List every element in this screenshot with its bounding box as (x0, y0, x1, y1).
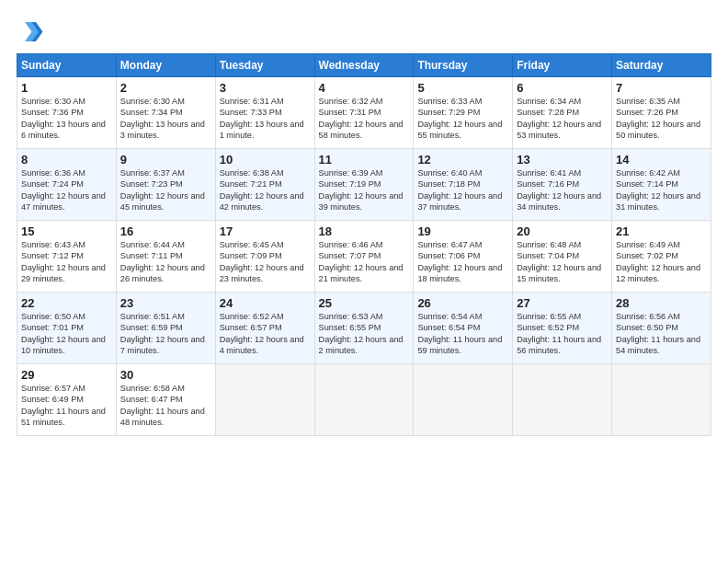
week-row-2: 15 Sunrise: 6:43 AM Sunset: 7:12 PM Dayl… (17, 221, 711, 293)
day-info: Sunrise: 6:47 AM Sunset: 7:06 PM Dayligh… (417, 239, 508, 285)
daylight-label: Daylight: 12 hours and 31 minutes. (616, 191, 700, 212)
sunset-label: Sunset: 6:52 PM (517, 323, 579, 332)
sunset-label: Sunset: 6:49 PM (21, 395, 84, 404)
day-number: 23 (120, 296, 211, 310)
day-info: Sunrise: 6:55 AM Sunset: 6:52 PM Dayligh… (517, 311, 608, 357)
day-number: 29 (21, 368, 112, 382)
week-row-0: 1 Sunrise: 6:30 AM Sunset: 7:36 PM Dayli… (17, 77, 711, 149)
day-info: Sunrise: 6:39 AM Sunset: 7:19 PM Dayligh… (319, 167, 410, 213)
day-header-monday: Monday (116, 54, 215, 77)
sunset-label: Sunset: 7:02 PM (616, 251, 678, 260)
day-number: 12 (417, 153, 508, 167)
day-header-wednesday: Wednesday (314, 54, 414, 77)
calendar-cell: 1 Sunrise: 6:30 AM Sunset: 7:36 PM Dayli… (17, 77, 117, 149)
sunset-label: Sunset: 7:06 PM (417, 251, 480, 260)
sunrise-label: Sunrise: 6:45 AM (220, 240, 284, 249)
sunrise-label: Sunrise: 6:47 AM (417, 240, 482, 249)
daylight-label: Daylight: 12 hours and 4 minutes. (220, 335, 304, 355)
day-info: Sunrise: 6:56 AM Sunset: 6:50 PM Dayligh… (616, 311, 707, 357)
sunset-label: Sunset: 6:59 PM (120, 323, 183, 332)
sunrise-label: Sunrise: 6:36 AM (21, 168, 85, 178)
week-row-3: 22 Sunrise: 6:50 AM Sunset: 7:01 PM Dayl… (17, 293, 711, 364)
daylight-label: Daylight: 12 hours and 7 minutes. (120, 335, 205, 355)
day-info: Sunrise: 6:34 AM Sunset: 7:28 PM Dayligh… (517, 96, 608, 142)
logo-icon (17, 17, 44, 44)
daylight-label: Daylight: 12 hours and 23 minutes. (220, 263, 304, 283)
day-number: 11 (319, 153, 410, 167)
day-number: 9 (120, 153, 211, 167)
page: SundayMondayTuesdayWednesdayThursdayFrid… (0, 0, 728, 563)
sunset-label: Sunset: 7:26 PM (616, 108, 678, 117)
day-header-saturday: Saturday (612, 54, 711, 77)
calendar-cell: 14 Sunrise: 6:42 AM Sunset: 7:14 PM Dayl… (612, 149, 711, 221)
day-info: Sunrise: 6:58 AM Sunset: 6:47 PM Dayligh… (120, 383, 211, 429)
sunset-label: Sunset: 7:36 PM (21, 108, 84, 117)
day-info: Sunrise: 6:52 AM Sunset: 6:57 PM Dayligh… (220, 311, 311, 357)
sunrise-label: Sunrise: 6:48 AM (517, 240, 581, 249)
day-info: Sunrise: 6:40 AM Sunset: 7:18 PM Dayligh… (417, 167, 508, 213)
sunrise-label: Sunrise: 6:30 AM (120, 97, 185, 106)
sunrise-label: Sunrise: 6:41 AM (517, 168, 581, 178)
day-number: 22 (21, 296, 112, 310)
day-number: 25 (319, 296, 410, 310)
daylight-label: Daylight: 12 hours and 45 minutes. (120, 191, 205, 212)
day-info: Sunrise: 6:31 AM Sunset: 7:33 PM Dayligh… (220, 96, 311, 142)
sunset-label: Sunset: 7:01 PM (21, 323, 84, 332)
day-info: Sunrise: 6:44 AM Sunset: 7:11 PM Dayligh… (120, 239, 211, 285)
sunrise-label: Sunrise: 6:54 AM (417, 312, 482, 321)
calendar-cell: 27 Sunrise: 6:55 AM Sunset: 6:52 PM Dayl… (513, 293, 612, 364)
sunrise-label: Sunrise: 6:30 AM (21, 97, 85, 106)
day-info: Sunrise: 6:50 AM Sunset: 7:01 PM Dayligh… (21, 311, 112, 357)
day-info: Sunrise: 6:35 AM Sunset: 7:26 PM Dayligh… (616, 96, 707, 142)
sunrise-label: Sunrise: 6:35 AM (616, 97, 680, 106)
day-number: 16 (120, 224, 211, 238)
day-number: 20 (517, 224, 608, 238)
sunrise-label: Sunrise: 6:55 AM (517, 312, 581, 321)
sunset-label: Sunset: 7:29 PM (417, 108, 480, 117)
day-number: 8 (21, 153, 112, 167)
sunrise-label: Sunrise: 6:53 AM (319, 312, 383, 321)
calendar-cell: 21 Sunrise: 6:49 AM Sunset: 7:02 PM Dayl… (612, 221, 711, 293)
calendar-cell: 5 Sunrise: 6:33 AM Sunset: 7:29 PM Dayli… (414, 77, 513, 149)
sunset-label: Sunset: 7:19 PM (319, 179, 381, 189)
sunset-label: Sunset: 7:14 PM (616, 179, 678, 189)
daylight-label: Daylight: 11 hours and 59 minutes. (417, 335, 502, 355)
daylight-label: Daylight: 11 hours and 51 minutes. (21, 407, 106, 427)
day-info: Sunrise: 6:53 AM Sunset: 6:55 PM Dayligh… (319, 311, 410, 357)
calendar-cell: 30 Sunrise: 6:58 AM Sunset: 6:47 PM Dayl… (116, 364, 215, 436)
sunset-label: Sunset: 7:12 PM (21, 251, 84, 260)
daylight-label: Daylight: 12 hours and 12 minutes. (616, 263, 700, 283)
day-info: Sunrise: 6:54 AM Sunset: 6:54 PM Dayligh… (417, 311, 508, 357)
calendar-cell (513, 364, 612, 436)
day-number: 13 (517, 153, 608, 167)
daylight-label: Daylight: 12 hours and 58 minutes. (319, 120, 404, 140)
day-number: 7 (616, 81, 707, 95)
daylight-label: Daylight: 11 hours and 54 minutes. (616, 335, 700, 355)
calendar-cell: 8 Sunrise: 6:36 AM Sunset: 7:24 PM Dayli… (17, 149, 117, 221)
sunrise-label: Sunrise: 6:57 AM (21, 384, 85, 393)
day-info: Sunrise: 6:33 AM Sunset: 7:29 PM Dayligh… (417, 96, 508, 142)
sunrise-label: Sunrise: 6:34 AM (517, 97, 581, 106)
day-number: 2 (120, 81, 211, 95)
day-info: Sunrise: 6:48 AM Sunset: 7:04 PM Dayligh… (517, 239, 608, 285)
sunrise-label: Sunrise: 6:42 AM (616, 168, 680, 178)
day-number: 19 (417, 224, 508, 238)
sunset-label: Sunset: 7:04 PM (517, 251, 579, 260)
daylight-label: Daylight: 13 hours and 6 minutes. (21, 120, 106, 140)
sunset-label: Sunset: 6:50 PM (616, 323, 678, 332)
sunset-label: Sunset: 7:07 PM (319, 251, 381, 260)
day-number: 17 (220, 224, 311, 238)
day-header-row: SundayMondayTuesdayWednesdayThursdayFrid… (17, 54, 711, 77)
week-row-4: 29 Sunrise: 6:57 AM Sunset: 6:49 PM Dayl… (17, 364, 711, 436)
day-number: 21 (616, 224, 707, 238)
daylight-label: Daylight: 12 hours and 2 minutes. (319, 335, 404, 355)
daylight-label: Daylight: 12 hours and 39 minutes. (319, 191, 404, 212)
day-info: Sunrise: 6:32 AM Sunset: 7:31 PM Dayligh… (319, 96, 410, 142)
day-number: 6 (517, 81, 608, 95)
sunrise-label: Sunrise: 6:52 AM (220, 312, 284, 321)
week-row-1: 8 Sunrise: 6:36 AM Sunset: 7:24 PM Dayli… (17, 149, 711, 221)
calendar-cell: 16 Sunrise: 6:44 AM Sunset: 7:11 PM Dayl… (116, 221, 215, 293)
daylight-label: Daylight: 12 hours and 55 minutes. (417, 120, 502, 140)
calendar-cell: 24 Sunrise: 6:52 AM Sunset: 6:57 PM Dayl… (215, 293, 314, 364)
calendar-cell: 23 Sunrise: 6:51 AM Sunset: 6:59 PM Dayl… (116, 293, 215, 364)
